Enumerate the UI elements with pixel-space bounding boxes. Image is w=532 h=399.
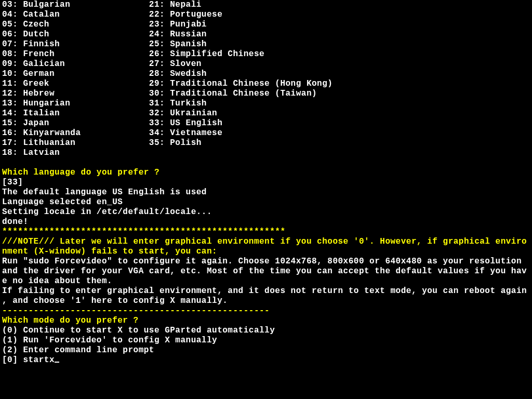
- language-row: 14: Italian 32: Ukrainian: [2, 109, 530, 118]
- language-row: 04: Catalan 22: Portuguese: [2, 10, 530, 20]
- mode-option-1: (1) Run 'Forcevideo' to config X manuall…: [2, 336, 530, 345]
- mode-prompt: Which mode do you prefer ?: [2, 316, 530, 326]
- language-list: 03: Bulgarian 21: Nepali04: Catalan 22: …: [2, 0, 530, 158]
- hint-line-5: , and choose '1' here to config X manual…: [2, 296, 530, 306]
- language-row: 05: Czech 23: Punjabi: [2, 20, 530, 30]
- language-row: 12: Hebrew 30: Traditional Chinese (Taiw…: [2, 89, 530, 99]
- hint-line-3: e no idea about them.: [2, 276, 530, 286]
- language-row: 18: Latvian: [2, 148, 530, 158]
- language-row: 10: German 28: Swedish: [2, 69, 530, 79]
- note-line-2: nment (X-window) fails to start, you can…: [2, 247, 530, 257]
- language-row: 15: Japan 33: US English: [2, 118, 530, 128]
- separator-stars: ****************************************…: [2, 227, 530, 237]
- hint-line-2: and the driver for your VGA card, etc. M…: [2, 267, 530, 276]
- language-answer: [33]: [2, 178, 530, 188]
- hint-line-1: Run "sudo Forcevideo" to configure it ag…: [2, 257, 530, 267]
- language-row: 17: Lithuanian 35: Polish: [2, 138, 530, 148]
- language-row: 03: Bulgarian 21: Nepali: [2, 0, 530, 10]
- msg-language-selected: Language selected en_US: [2, 197, 530, 207]
- language-row: 06: Dutch 24: Russian: [2, 30, 530, 39]
- language-prompt: Which language do you prefer ?: [2, 168, 530, 178]
- language-row: 07: Finnish 25: Spanish: [2, 39, 530, 49]
- mode-input-line[interactable]: [0] startx: [2, 355, 530, 365]
- separator-dashes: ----------------------------------------…: [2, 306, 530, 316]
- note-line-1: ///NOTE/// Later we will enter graphical…: [2, 237, 530, 247]
- terminal-screen[interactable]: 03: Bulgarian 21: Nepali04: Catalan 22: …: [0, 0, 532, 365]
- hint-line-4: If failing to enter graphical environmen…: [2, 286, 530, 296]
- language-row: 16: Kinyarwanda 34: Vietnamese: [2, 128, 530, 138]
- msg-setting-locale: Setting locale in /etc/default/locale...: [2, 207, 530, 217]
- mode-option-0: (0) Continue to start X to use GParted a…: [2, 326, 530, 336]
- language-row: 09: Galician 27: Sloven: [2, 59, 530, 69]
- language-row: 08: French 26: Simplified Chinese: [2, 49, 530, 59]
- cursor-icon: [55, 362, 59, 363]
- msg-default-language: The default language US English is used: [2, 188, 530, 197]
- msg-done: done!: [2, 217, 530, 227]
- mode-answer: [0] startx: [2, 355, 55, 365]
- language-row: 11: Greek 29: Traditional Chinese (Hong …: [2, 79, 530, 89]
- language-row: 13: Hungarian 31: Turkish: [2, 99, 530, 109]
- blank-line: [2, 158, 530, 168]
- mode-option-2: (2) Enter command line prompt: [2, 345, 530, 355]
